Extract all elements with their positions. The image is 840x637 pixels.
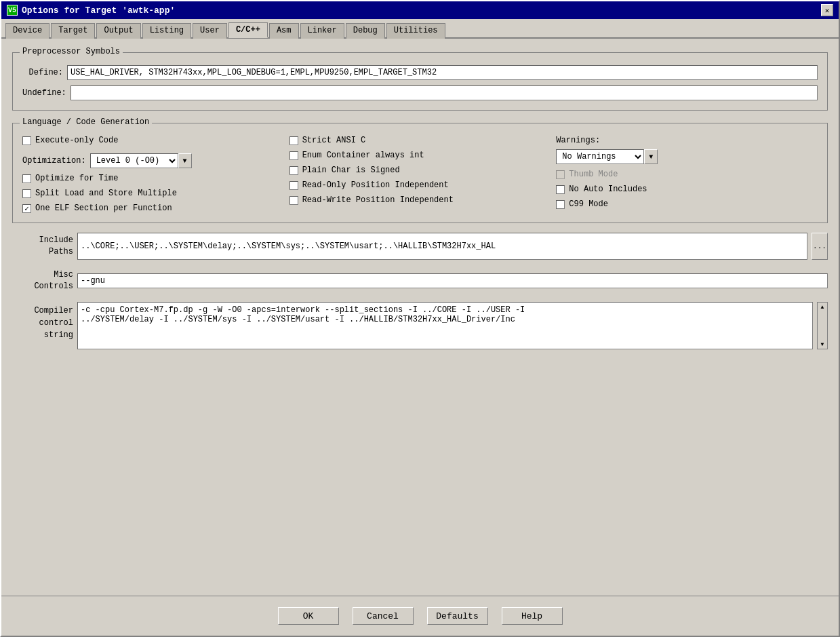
one-elf-label: One ELF Section per Function — [35, 204, 172, 213]
no-auto-includes-row: No Auto Includes — [556, 185, 818, 194]
include-paths-browse-btn[interactable]: ... — [812, 233, 828, 260]
warnings-group: Warnings: No Warnings ▼ — [556, 136, 818, 164]
one-elf-checkbox[interactable] — [22, 204, 31, 213]
optimization-dropdown: Level 0 (-O0) ▼ — [90, 153, 192, 168]
warnings-dropdown-btn[interactable]: ▼ — [644, 149, 658, 164]
optimize-time-label: Optimize for Time — [35, 174, 118, 183]
warnings-label: Warnings: — [556, 136, 818, 145]
split-load-checkbox[interactable] — [22, 189, 31, 198]
define-label: Define: — [22, 68, 63, 77]
read-only-checkbox[interactable] — [289, 181, 298, 190]
execute-only-row: Execute-only Code — [22, 136, 284, 145]
language-group: Language / Code Generation Execute-only … — [12, 123, 828, 223]
col-left: Execute-only Code Optimization: Level 0 … — [22, 136, 284, 213]
tab-target[interactable]: Target — [51, 23, 95, 39]
enum-container-label: Enum Container always int — [302, 151, 424, 160]
strict-ansi-label: Strict ANSI C — [302, 136, 366, 145]
thumb-mode-label: Thumb Mode — [569, 170, 618, 179]
split-load-label: Split Load and Store Multiple — [35, 189, 177, 198]
execute-only-label: Execute-only Code — [35, 136, 118, 145]
strict-ansi-checkbox[interactable] — [289, 136, 298, 145]
undefine-row: Undefine: — [22, 85, 818, 100]
tab-user[interactable]: User — [193, 23, 227, 39]
read-only-label: Read-Only Position Independent — [302, 180, 449, 190]
no-auto-includes-label: No Auto Includes — [569, 185, 647, 194]
thumb-mode-row: Thumb Mode — [556, 170, 818, 179]
title-bar: V5 Options for Target 'awtk-app' ✕ — [1, 1, 839, 19]
one-elf-row: One ELF Section per Function — [22, 204, 284, 213]
define-input[interactable] — [67, 65, 818, 80]
optimization-row: Optimization: Level 0 (-O0) ▼ — [22, 153, 284, 168]
defaults-button[interactable]: Defaults — [427, 607, 488, 625]
tab-device[interactable]: Device — [5, 23, 49, 39]
ok-button[interactable]: OK — [278, 607, 339, 625]
thumb-mode-checkbox — [556, 170, 565, 179]
optimize-time-checkbox[interactable] — [22, 174, 31, 183]
read-write-label: Read-Write Position Independent — [302, 195, 454, 205]
no-auto-includes-checkbox[interactable] — [556, 185, 565, 194]
strict-ansi-row: Strict ANSI C — [289, 136, 551, 145]
footer: OK Cancel Defaults Help — [1, 596, 839, 636]
warnings-dropdown: No Warnings ▼ — [556, 149, 818, 164]
col-middle: Strict ANSI C Enum Container always int … — [289, 136, 551, 213]
misc-controls-section: Misc Controls — [12, 269, 828, 292]
tab-linker[interactable]: Linker — [300, 23, 344, 39]
tab-cc[interactable]: C/C++ — [228, 22, 268, 38]
title-bar-left: V5 Options for Target 'awtk-app' — [7, 5, 175, 16]
dialog-window: V5 Options for Target 'awtk-app' ✕ Devic… — [0, 0, 840, 637]
plain-char-row: Plain Char is Signed — [289, 166, 551, 175]
cancel-button[interactable]: Cancel — [353, 607, 414, 625]
preprocessor-group-label: Preprocessor Symbols — [20, 47, 123, 56]
tabs-bar: Device Target Output Listing User C/C++ … — [1, 19, 839, 39]
compiler-control-label: Compiler control string — [12, 302, 73, 349]
close-button[interactable]: ✕ — [821, 4, 833, 16]
main-content: Preprocessor Symbols Define: Undefine: L… — [1, 39, 839, 596]
tab-asm[interactable]: Asm — [269, 23, 299, 39]
app-icon: V5 — [7, 5, 18, 16]
dialog-title: Options for Target 'awtk-app' — [22, 5, 175, 16]
execute-only-checkbox[interactable] — [22, 136, 31, 145]
plain-char-label: Plain Char is Signed — [302, 166, 400, 175]
optimize-time-row: Optimize for Time — [22, 174, 284, 183]
misc-controls-input[interactable] — [77, 273, 828, 288]
tab-debug[interactable]: Debug — [346, 23, 385, 39]
options-columns: Execute-only Code Optimization: Level 0 … — [22, 136, 818, 213]
compiler-control-input[interactable]: -c -cpu Cortex-M7.fp.dp -g -W -O0 -apcs=… — [77, 302, 813, 349]
scroll-down-arrow[interactable]: ▼ — [821, 341, 824, 347]
enum-container-checkbox[interactable] — [289, 151, 298, 160]
c99-mode-row: C99 Mode — [556, 199, 818, 209]
enum-container-row: Enum Container always int — [289, 151, 551, 160]
optimization-label: Optimization: — [22, 156, 86, 166]
optimization-dropdown-btn[interactable]: ▼ — [178, 153, 192, 168]
misc-controls-label: Misc Controls — [12, 269, 73, 292]
help-button[interactable]: Help — [502, 607, 563, 625]
warnings-select[interactable]: No Warnings — [556, 149, 644, 164]
c99-mode-checkbox[interactable] — [556, 200, 565, 209]
split-load-row: Split Load and Store Multiple — [22, 189, 284, 198]
undefine-label: Undefine: — [22, 88, 66, 98]
language-group-label: Language / Code Generation — [20, 117, 152, 127]
read-only-row: Read-Only Position Independent — [289, 180, 551, 190]
define-row: Define: — [22, 65, 818, 80]
col-right: Warnings: No Warnings ▼ Thumb Mode — [556, 136, 818, 213]
compiler-scrollbar: ▲ ▼ — [817, 302, 828, 349]
read-write-checkbox[interactable] — [289, 196, 298, 205]
scroll-up-arrow[interactable]: ▲ — [821, 304, 824, 310]
tab-listing[interactable]: Listing — [142, 23, 191, 39]
read-write-row: Read-Write Position Independent — [289, 195, 551, 205]
c99-mode-label: C99 Mode — [569, 199, 608, 209]
optimization-select[interactable]: Level 0 (-O0) — [90, 153, 178, 168]
tab-utilities[interactable]: Utilities — [386, 23, 445, 39]
compiler-control-section: Compiler control string -c -cpu Cortex-M… — [12, 302, 828, 349]
preprocessor-group: Preprocessor Symbols Define: Undefine: — [12, 52, 828, 111]
include-paths-input[interactable]: ..\CORE;..\USER;..\SYSTEM\delay;..\SYSTE… — [77, 233, 807, 260]
plain-char-checkbox[interactable] — [289, 166, 298, 175]
include-paths-section: Include Paths ..\CORE;..\USER;..\SYSTEM\… — [12, 233, 828, 260]
tab-output[interactable]: Output — [96, 23, 140, 39]
include-paths-label: Include Paths — [12, 235, 73, 258]
undefine-input[interactable] — [71, 85, 818, 100]
